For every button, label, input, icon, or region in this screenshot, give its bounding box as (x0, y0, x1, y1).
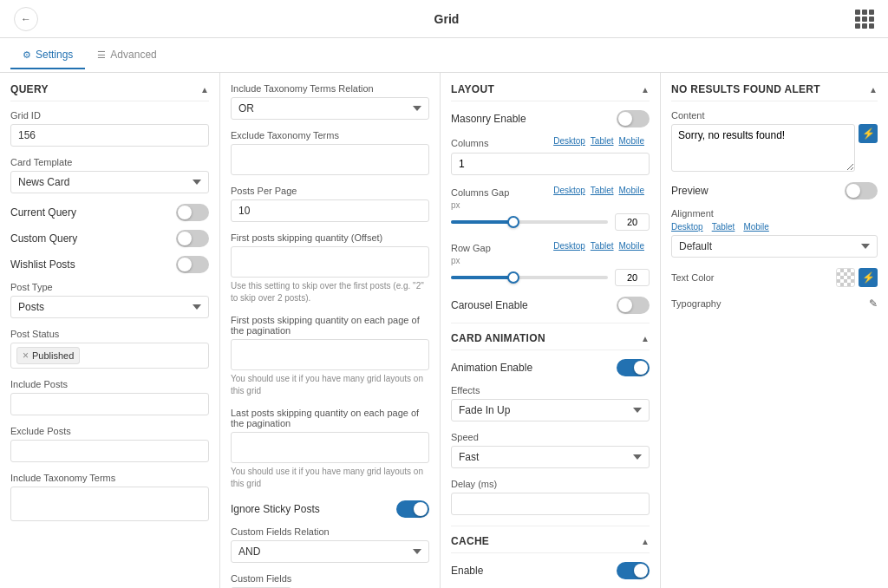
first-posts-pagination-label: First posts skipping quantity on each pa… (231, 315, 429, 336)
query-section-header: Query ▲ (10, 83, 209, 101)
columns-gap-mobile-tab[interactable]: Mobile (619, 186, 644, 195)
row-gap-mobile-tab[interactable]: Mobile (619, 241, 644, 251)
row-gap-unit: px (451, 256, 650, 265)
custom-query-row: Custom Query (10, 230, 209, 247)
row-gap-desktop-tab[interactable]: Desktop (553, 241, 585, 251)
text-color-swatch[interactable] (836, 268, 855, 287)
grid-id-input[interactable] (10, 124, 209, 147)
cache-collapse-icon[interactable]: ▲ (641, 537, 650, 546)
last-posts-pagination-label: Last posts skipping quantity on each pag… (231, 408, 429, 428)
wishlist-posts-label: Wishlist Posts (10, 258, 75, 271)
post-status-group: Post Status × Published (10, 329, 209, 369)
post-status-label: Post Status (10, 329, 209, 339)
page-title: Grid (434, 12, 460, 26)
ignore-sticky-toggle[interactable] (396, 500, 429, 518)
animation-enable-toggle[interactable] (617, 359, 650, 376)
layout-collapse-icon[interactable]: ▲ (641, 85, 650, 95)
first-posts-pagination-group: First posts skipping quantity on each pa… (231, 315, 429, 397)
cache-enable-row: Enable (451, 562, 650, 579)
header: ← Grid (0, 0, 888, 38)
tag-remove-published[interactable]: × (23, 350, 29, 362)
text-color-row: Text Color ⚡ (671, 268, 878, 287)
post-type-group: Post Type Posts Pages Custom (10, 282, 209, 318)
preview-row: Preview (671, 182, 878, 199)
query-collapse-icon[interactable]: ▲ (200, 85, 209, 95)
columns-sub-tabs: Desktop Tablet Mobile (553, 136, 650, 146)
tab-advanced[interactable]: ☰ Advanced (85, 42, 168, 69)
content-lightning-button[interactable]: ⚡ (859, 124, 878, 143)
row-gap-thumb[interactable] (507, 271, 519, 284)
alignment-label: Alignment (671, 208, 878, 219)
posts-per-page-input[interactable] (231, 199, 429, 222)
tab-settings[interactable]: ⚙ Settings (10, 42, 85, 69)
offset-help: Use this setting to skip over the first … (231, 280, 429, 304)
include-posts-input[interactable] (10, 393, 209, 415)
typography-edit-button[interactable]: ✎ (869, 297, 878, 310)
include-taxonomy-label: Include Taxonomy Terms (10, 473, 209, 483)
no-results-section-header: No Results Found Alert ▲ (671, 83, 878, 101)
columns-input[interactable] (451, 153, 650, 175)
text-color-controls: ⚡ (836, 268, 878, 287)
columns-gap-track[interactable] (451, 220, 608, 224)
columns-gap-tablet-tab[interactable]: Tablet (591, 186, 614, 195)
exclude-posts-label: Exclude Posts (10, 426, 209, 436)
exclude-posts-input[interactable] (10, 440, 209, 462)
columns-gap-value[interactable] (615, 213, 650, 231)
row-gap-label: Row Gap (451, 243, 491, 253)
delay-input[interactable] (451, 493, 650, 515)
tabs-bar: ⚙ Settings ☰ Advanced (0, 38, 888, 73)
custom-fields-relation-label: Custom Fields Relation (231, 526, 429, 537)
last-posts-pagination-input[interactable] (231, 432, 429, 463)
row-gap-tablet-tab[interactable]: Tablet (591, 241, 614, 251)
first-posts-pagination-input[interactable] (231, 339, 429, 370)
content-group: Content Sorry, no results found! ⚡ (671, 110, 878, 172)
include-taxonomy-input[interactable] (10, 487, 209, 521)
posts-per-page-label: Posts Per Page (231, 186, 429, 196)
carousel-toggle[interactable] (617, 297, 650, 314)
custom-query-toggle[interactable] (176, 230, 209, 247)
content-textarea[interactable]: Sorry, no results found! (671, 124, 855, 172)
offset-input[interactable] (231, 246, 429, 278)
custom-fields-relation-select[interactable]: AND OR (231, 540, 429, 563)
include-taxonomy-relation-label: Include Taxonomy Terms Relation (231, 83, 429, 94)
post-type-label: Post Type (10, 282, 209, 292)
post-type-select[interactable]: Posts Pages Custom (10, 296, 209, 318)
alignment-select[interactable]: Default Left Center Right (671, 235, 878, 258)
alignment-mobile-tab[interactable]: Mobile (743, 222, 768, 232)
effects-label: Effects (451, 385, 650, 395)
text-color-label: Text Color (671, 272, 715, 283)
cache-enable-toggle[interactable] (617, 562, 650, 579)
panel-layout: Layout ▲ Masonry Enable Columns Desktop … (441, 73, 661, 588)
delay-group: Delay (ms) (451, 479, 650, 515)
masonry-toggle[interactable] (617, 110, 650, 127)
current-query-row: Current Query (10, 204, 209, 221)
exclude-taxonomy-input[interactable] (231, 144, 429, 175)
typography-row: Typography ✎ (671, 297, 878, 310)
offset-group: First posts skipping quantity (Offset) U… (231, 232, 429, 304)
columns-mobile-tab[interactable]: Mobile (619, 136, 644, 146)
ignore-sticky-row: Ignore Sticky Posts (231, 500, 429, 518)
alignment-tablet-tab[interactable]: Tablet (712, 222, 735, 232)
last-posts-pagination-help: You should use it if you have many grid … (231, 466, 429, 490)
include-taxonomy-relation-select[interactable]: OR AND (231, 97, 429, 120)
no-results-collapse-icon[interactable]: ▲ (869, 85, 878, 95)
text-color-lightning-button[interactable]: ⚡ (859, 268, 878, 287)
alignment-desktop-tab[interactable]: Desktop (671, 222, 703, 232)
current-query-toggle[interactable] (176, 204, 209, 221)
speed-select[interactable]: Fast Normal Slow (451, 446, 650, 468)
columns-gap-desktop-tab[interactable]: Desktop (553, 186, 585, 195)
card-animation-collapse-icon[interactable]: ▲ (641, 334, 650, 343)
wishlist-posts-toggle[interactable] (176, 256, 209, 273)
row-gap-slider-row (451, 269, 650, 286)
columns-desktop-tab[interactable]: Desktop (553, 136, 585, 146)
columns-tablet-tab[interactable]: Tablet (591, 136, 614, 146)
published-tag: × Published (16, 347, 80, 364)
row-gap-track[interactable] (451, 276, 608, 279)
preview-toggle[interactable] (845, 182, 878, 199)
back-button[interactable]: ← (14, 7, 38, 31)
row-gap-value[interactable] (615, 269, 650, 286)
effects-select[interactable]: Fade In Up Fade In Down Slide In Zoom In (451, 399, 650, 421)
card-template-select[interactable]: News Card Blog Card Default (10, 171, 209, 193)
grid-view-icon[interactable] (855, 10, 874, 29)
columns-gap-thumb[interactable] (507, 216, 519, 228)
